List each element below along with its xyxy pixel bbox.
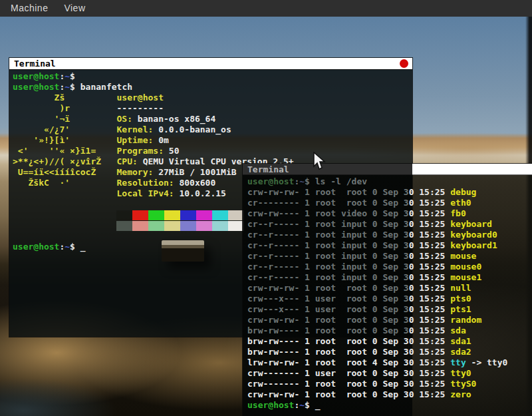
palette-block	[132, 221, 148, 231]
terminal2-window: Terminal user@host:~$ ls -l /devcrw-rw-r…	[243, 164, 532, 416]
terminal-line: user@host:~$ bananfetch	[13, 82, 412, 93]
ls-row-mouse: cr--r----- 1 root input 0 Sep 30 15:25 m…	[247, 251, 532, 262]
ls-row-zero: crw-rw-rw- 1 root root 0 Sep 30 15:25 ze…	[247, 389, 532, 400]
terminal2-body[interactable]: user@host:~$ ls -l /devcrw-rw-rw- 1 root…	[243, 175, 532, 416]
palette-block	[212, 221, 228, 231]
palette-block	[164, 221, 180, 231]
ls-row-tty0: crw------- 1 user root 0 Sep 30 15:25 tt…	[247, 368, 532, 379]
close-button[interactable]	[400, 59, 408, 68]
ls-row-random: crw-rw-rw- 1 root root 0 Sep 30 15:25 ra…	[247, 315, 532, 325]
palette-block	[148, 221, 164, 231]
terminal1-title: Terminal	[14, 59, 56, 69]
ls-row-sda: brw-rw---- 1 root root 0 Sep 30 15:25 sd…	[247, 325, 532, 336]
terminal-line: <' ''« ×}ï1= Programs: 50	[13, 146, 412, 156]
ls-row-keyboard: cr--r----- 1 root input 0 Sep 30 15:25 k…	[247, 219, 532, 230]
ls-row-keyboard1: cr--r----- 1 root input 0 Sep 30 15:25 k…	[247, 240, 532, 251]
palette-block	[132, 210, 148, 220]
terminal-line: user@host:~$ _	[247, 400, 532, 411]
ls-row-sda1: brw-rw---- 1 root root 0 Sep 30 15:25 sd…	[247, 336, 532, 347]
ls-row-ttyS0: crw------- 1 root root 0 Sep 30 15:25 tt…	[247, 379, 532, 389]
ls-row-sda2: brw-rw---- 1 root root 0 Sep 30 15:25 sd…	[247, 347, 532, 357]
menu-item-machine[interactable]: Machine	[3, 0, 56, 17]
palette-block	[116, 221, 132, 231]
palette-block	[180, 221, 196, 231]
palette-block	[116, 210, 132, 220]
palette-block	[212, 210, 228, 220]
terminal1-titlebar[interactable]: Terminal	[9, 58, 412, 70]
ls-row-pts1: crw---x--- 1 user root 0 Sep 30 15:25 pt…	[247, 304, 532, 315]
terminal-line: «/¿7' Kernel: 0.0.0-banan_os	[13, 124, 412, 135]
terminal2-titlebar[interactable]: Terminal	[243, 164, 532, 175]
terminal-line: )r ---------	[13, 103, 412, 114]
terminal-line: '»!}[ì' Uptime: 0m	[13, 135, 412, 146]
ls-row-mouse0: cr--r----- 1 root input 0 Sep 30 15:25 m…	[247, 262, 532, 272]
ls-row-fb0: crw-rw---- 1 root video 0 Sep 30 15:25 f…	[247, 208, 532, 219]
palette-block	[164, 210, 180, 220]
vm-screen: MachineView Terminal user@host:~$user@ho…	[0, 0, 532, 416]
ls-row-keyboard0: cr--r----- 1 root input 0 Sep 30 15:25 k…	[247, 230, 532, 240]
ls-row-mouse1: cr--r----- 1 root input 0 Sep 30 15:25 m…	[247, 272, 532, 283]
ls-row-pts0: crw---x--- 1 user root 0 Sep 30 15:25 pt…	[247, 294, 532, 304]
ls-row-debug: crw-rw-rw- 1 root root 0 Sep 30 15:25 de…	[247, 187, 532, 198]
palette-block	[228, 210, 244, 220]
terminal-line: user@host:~$	[13, 71, 412, 82]
ls-row-null: crw-rw-rw- 1 root root 0 Sep 30 15:25 nu…	[247, 283, 532, 294]
mouse-cursor-icon	[313, 152, 328, 172]
ls-row-tty: lrw-rw-rw- 1 root root 4 Sep 30 15:25 tt…	[247, 357, 532, 368]
terminal-line: Zš user@host	[13, 93, 412, 103]
truck-in-wallpaper	[162, 240, 204, 262]
palette-block	[196, 210, 212, 220]
terminal-line: '¬ï OS: banan-os x86_64	[13, 114, 412, 124]
ls-row-eth0: cr-------- 1 root root 0 Sep 30 15:25 et…	[247, 198, 532, 208]
desktop: Terminal user@host:~$user@host:~$ bananf…	[0, 17, 532, 416]
palette-block	[228, 221, 244, 231]
palette-block	[196, 221, 212, 231]
menu-item-view[interactable]: View	[56, 0, 93, 17]
palette-block	[180, 210, 196, 220]
palette-block	[148, 210, 164, 220]
terminal-line: user@host:~$ ls -l /dev	[247, 176, 532, 187]
terminal2-title: Terminal	[247, 164, 289, 174]
vm-menubar: MachineView	[0, 0, 532, 17]
